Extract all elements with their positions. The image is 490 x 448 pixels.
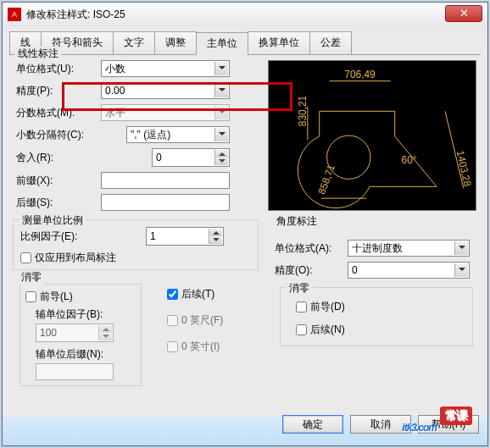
chevron-down-icon bbox=[214, 84, 228, 97]
ang-precision-label: 精度(O): bbox=[275, 263, 348, 278]
zero-sup-group: 消零 前导(L) 辅单位因子(B): 100 辅单位后缀(N): 后续(T) 0… bbox=[13, 277, 259, 385]
prefix-input[interactable] bbox=[101, 172, 230, 189]
dim-right: 1403,28 bbox=[454, 149, 474, 187]
ang-zero-group: 消零 前导(D) 后续(N) bbox=[280, 287, 473, 346]
decimal-sep-combo[interactable]: "," (逗点) bbox=[126, 126, 230, 143]
ok-button[interactable]: 确定 bbox=[282, 415, 343, 434]
roundoff-value: 0 bbox=[156, 152, 162, 163]
close-button[interactable]: ✕ bbox=[445, 5, 482, 22]
trailing-label: 后续(T) bbox=[181, 287, 214, 301]
unit-format-label: 单位格式(U): bbox=[16, 62, 101, 76]
chevron-down-icon bbox=[214, 128, 228, 141]
dim-angle: 60° bbox=[402, 154, 417, 166]
measure-scale-group: 测量单位比例 比例因子(E): 1 仅应用到布局标注 bbox=[13, 219, 259, 270]
window-title: 修改标注样式: ISO-25 bbox=[26, 8, 125, 22]
sub-factor-spinner[interactable]: 100 bbox=[36, 324, 114, 342]
prefix-label: 前缀(X): bbox=[16, 174, 101, 188]
fraction-format-combo[interactable]: 水平 bbox=[101, 104, 230, 121]
measure-scale-title: 测量单位比例 bbox=[19, 213, 86, 228]
sub-factor-label: 辅单位因子(B): bbox=[36, 307, 136, 322]
tab-tolerance[interactable]: 公差 bbox=[309, 31, 352, 54]
fraction-format-value: 水平 bbox=[105, 106, 125, 120]
suffix-input[interactable] bbox=[101, 194, 230, 211]
sub-factor-value: 100 bbox=[40, 327, 57, 339]
roundoff-label: 舍入(R): bbox=[16, 151, 101, 165]
leading-label: 前导(L) bbox=[40, 290, 73, 304]
help-button[interactable]: 帮助(H) bbox=[418, 415, 479, 434]
ang-trailing-checkbox[interactable]: 后续(N) bbox=[296, 323, 465, 337]
unit-format-value: 小数 bbox=[105, 62, 125, 76]
ang-unit-label: 单位格式(A): bbox=[275, 241, 348, 256]
linear-group-title: 线性标注 bbox=[14, 47, 62, 61]
chevron-down-icon bbox=[454, 263, 468, 277]
sub-suffix-input[interactable] bbox=[36, 363, 114, 380]
ang-trailing-label: 后续(N) bbox=[310, 323, 345, 337]
chevron-down-icon bbox=[214, 106, 228, 119]
title-bar: A 修改标注样式: ISO-25 ✕ bbox=[3, 3, 487, 26]
apply-layout-label: 仅应用到布局标注 bbox=[35, 251, 116, 265]
inches-label: 0 英寸(I) bbox=[181, 340, 220, 354]
dialog-window: A 修改标注样式: ISO-25 ✕ 线 符号和箭头 文字 调整 主单位 换算单… bbox=[2, 2, 488, 446]
chevron-down-icon bbox=[214, 62, 228, 75]
leading-checkbox[interactable]: 前导(L) bbox=[25, 290, 136, 304]
ang-zero-title: 消零 bbox=[286, 281, 313, 296]
linear-group: 线性标注 单位格式(U): 小数 精度(P): 0.00 分数格式(M): 水平 bbox=[9, 53, 260, 213]
precision-combo[interactable]: 0.00 bbox=[101, 82, 230, 99]
cancel-button[interactable]: 取消 bbox=[350, 415, 411, 434]
feet-label: 0 英尺(F) bbox=[181, 313, 223, 328]
ang-unit-combo[interactable]: 十进制度数 bbox=[348, 240, 470, 257]
dialog-footer: 确定 取消 帮助(H) bbox=[3, 415, 487, 439]
ang-unit-value: 十进制度数 bbox=[352, 241, 403, 256]
tab-alt-units[interactable]: 换算单位 bbox=[248, 31, 310, 54]
tab-text[interactable]: 文字 bbox=[113, 31, 155, 54]
precision-value: 0.00 bbox=[105, 85, 125, 97]
dim-bottom: 858,71 bbox=[315, 163, 337, 196]
ang-leading-label: 前导(D) bbox=[310, 300, 345, 314]
trailing-checkbox[interactable]: 后续(T) bbox=[167, 287, 252, 301]
scale-factor-spinner[interactable]: 1 bbox=[146, 227, 224, 246]
scale-factor-label: 比例因子(E): bbox=[20, 230, 105, 244]
dim-top: 706,49 bbox=[344, 69, 376, 80]
zero-sup-title: 消零 bbox=[18, 270, 45, 285]
apply-layout-checkbox[interactable]: 仅应用到布局标注 bbox=[20, 251, 251, 265]
suffix-label: 后缀(S): bbox=[16, 196, 101, 210]
precision-label: 精度(P): bbox=[16, 84, 101, 98]
chevron-down-icon bbox=[454, 241, 468, 255]
decimal-sep-value: "," (逗点) bbox=[131, 128, 170, 142]
dim-left: 830,21 bbox=[297, 95, 309, 126]
feet-checkbox[interactable]: 0 英尺(F) bbox=[167, 313, 252, 328]
decimal-sep-label: 小数分隔符(C): bbox=[16, 128, 101, 142]
ang-leading-checkbox[interactable]: 前导(D) bbox=[296, 300, 465, 314]
app-icon: A bbox=[8, 8, 21, 21]
unit-format-combo[interactable]: 小数 bbox=[101, 60, 230, 77]
scale-factor-value: 1 bbox=[150, 230, 156, 242]
fraction-format-label: 分数格式(M): bbox=[16, 106, 101, 120]
inches-checkbox[interactable]: 0 英寸(I) bbox=[167, 340, 252, 354]
sub-suffix-label: 辅单位后缀(N): bbox=[36, 347, 136, 362]
angular-group: 角度标注 单位格式(A): 十进制度数 精度(O): 0 消零 前导(D) 后续… bbox=[268, 221, 476, 365]
ang-precision-combo[interactable]: 0 bbox=[348, 262, 470, 279]
spinner-buttons[interactable] bbox=[209, 229, 222, 244]
ang-precision-value: 0 bbox=[352, 264, 358, 276]
tab-fit[interactable]: 调整 bbox=[154, 31, 197, 54]
preview-pane: 706,49 830,21 858,71 1403,28 60° bbox=[268, 60, 476, 211]
dialog-body: 线性标注 单位格式(U): 小数 精度(P): 0.00 分数格式(M): 水平 bbox=[9, 52, 481, 412]
roundoff-spinner[interactable]: 0 bbox=[152, 148, 230, 167]
spinner-buttons[interactable] bbox=[98, 325, 112, 340]
angular-group-title: 角度标注 bbox=[273, 214, 320, 229]
spinner-buttons[interactable] bbox=[214, 150, 228, 165]
